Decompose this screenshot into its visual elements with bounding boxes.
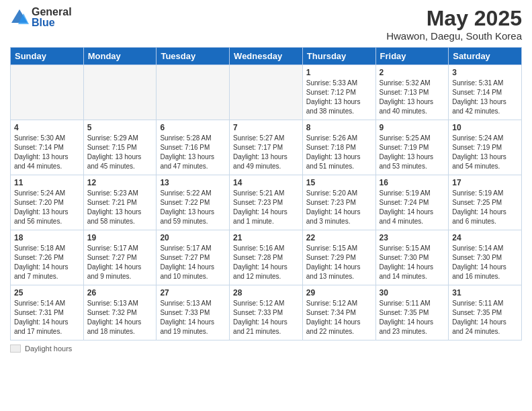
day-info: Sunrise: 5:13 AM Sunset: 7:33 PM Dayligh… [160, 299, 226, 336]
day-info: Sunrise: 5:27 AM Sunset: 7:17 PM Dayligh… [233, 134, 299, 171]
calendar-cell: 31Sunrise: 5:11 AM Sunset: 7:35 PM Dayli… [449, 285, 522, 340]
day-info: Sunrise: 5:32 AM Sunset: 7:13 PM Dayligh… [380, 79, 445, 116]
day-number: 22 [306, 233, 372, 242]
day-info: Sunrise: 5:19 AM Sunset: 7:25 PM Dayligh… [452, 189, 518, 226]
day-info: Sunrise: 5:12 AM Sunset: 7:33 PM Dayligh… [233, 299, 299, 336]
day-number: 23 [380, 233, 445, 242]
calendar-week-1: 1Sunrise: 5:33 AM Sunset: 7:12 PM Daylig… [11, 65, 522, 120]
calendar-cell: 6Sunrise: 5:28 AM Sunset: 7:16 PM Daylig… [157, 120, 230, 175]
day-info: Sunrise: 5:18 AM Sunset: 7:26 PM Dayligh… [14, 244, 80, 281]
day-number: 10 [452, 123, 518, 132]
day-number: 24 [452, 233, 518, 242]
day-info: Sunrise: 5:31 AM Sunset: 7:14 PM Dayligh… [452, 79, 518, 116]
day-info: Sunrise: 5:13 AM Sunset: 7:32 PM Dayligh… [87, 299, 153, 336]
day-number: 7 [233, 123, 299, 132]
calendar-week-3: 11Sunrise: 5:24 AM Sunset: 7:20 PM Dayli… [11, 175, 522, 230]
calendar-cell: 15Sunrise: 5:20 AM Sunset: 7:23 PM Dayli… [302, 175, 375, 230]
day-info: Sunrise: 5:24 AM Sunset: 7:19 PM Dayligh… [452, 134, 518, 171]
calendar-cell: 1Sunrise: 5:33 AM Sunset: 7:12 PM Daylig… [302, 65, 375, 120]
calendar-cell: 27Sunrise: 5:13 AM Sunset: 7:33 PM Dayli… [157, 285, 230, 340]
day-number: 1 [306, 68, 372, 77]
calendar-cell: 18Sunrise: 5:18 AM Sunset: 7:26 PM Dayli… [11, 230, 84, 285]
calendar-cell: 4Sunrise: 5:30 AM Sunset: 7:14 PM Daylig… [11, 120, 84, 175]
calendar-cell: 10Sunrise: 5:24 AM Sunset: 7:19 PM Dayli… [449, 120, 522, 175]
day-number: 18 [14, 233, 80, 242]
weekday-header-friday: Friday [375, 48, 449, 65]
day-info: Sunrise: 5:17 AM Sunset: 7:27 PM Dayligh… [87, 244, 153, 281]
day-number: 15 [306, 178, 372, 187]
calendar-cell: 16Sunrise: 5:19 AM Sunset: 7:24 PM Dayli… [375, 175, 449, 230]
calendar-cell: 7Sunrise: 5:27 AM Sunset: 7:17 PM Daylig… [230, 120, 303, 175]
day-number: 2 [380, 68, 445, 77]
day-info: Sunrise: 5:22 AM Sunset: 7:22 PM Dayligh… [160, 189, 226, 226]
logo-icon [10, 8, 29, 27]
calendar-cell: 14Sunrise: 5:21 AM Sunset: 7:23 PM Dayli… [230, 175, 303, 230]
calendar-cell: 26Sunrise: 5:13 AM Sunset: 7:32 PM Dayli… [83, 285, 157, 340]
day-info: Sunrise: 5:17 AM Sunset: 7:27 PM Dayligh… [160, 244, 226, 281]
calendar-cell: 11Sunrise: 5:24 AM Sunset: 7:20 PM Dayli… [11, 175, 84, 230]
day-number: 4 [14, 123, 80, 132]
day-info: Sunrise: 5:33 AM Sunset: 7:12 PM Dayligh… [306, 79, 372, 116]
calendar-cell [230, 65, 303, 120]
day-info: Sunrise: 5:23 AM Sunset: 7:21 PM Dayligh… [87, 189, 153, 226]
calendar-cell: 25Sunrise: 5:14 AM Sunset: 7:31 PM Dayli… [11, 285, 84, 340]
day-info: Sunrise: 5:14 AM Sunset: 7:31 PM Dayligh… [14, 299, 80, 336]
month-title: May 2025 [386, 7, 522, 30]
day-number: 21 [233, 233, 299, 242]
day-info: Sunrise: 5:25 AM Sunset: 7:19 PM Dayligh… [380, 134, 445, 171]
calendar-cell [157, 65, 230, 120]
calendar-week-4: 18Sunrise: 5:18 AM Sunset: 7:26 PM Dayli… [11, 230, 522, 285]
day-number: 30 [380, 288, 445, 298]
day-info: Sunrise: 5:26 AM Sunset: 7:18 PM Dayligh… [306, 134, 372, 171]
location-title: Hwawon, Daegu, South Korea [386, 30, 522, 42]
day-number: 29 [306, 288, 372, 298]
logo-text: General Blue [32, 7, 72, 28]
day-info: Sunrise: 5:19 AM Sunset: 7:24 PM Dayligh… [380, 189, 445, 226]
calendar-cell: 12Sunrise: 5:23 AM Sunset: 7:21 PM Dayli… [83, 175, 157, 230]
day-number: 27 [160, 288, 226, 298]
day-info: Sunrise: 5:15 AM Sunset: 7:30 PM Dayligh… [380, 244, 445, 281]
day-info: Sunrise: 5:14 AM Sunset: 7:30 PM Dayligh… [452, 244, 518, 281]
day-info: Sunrise: 5:30 AM Sunset: 7:14 PM Dayligh… [14, 134, 80, 171]
day-number: 13 [160, 178, 226, 187]
weekday-header-saturday: Saturday [449, 48, 522, 65]
day-number: 28 [233, 288, 299, 298]
calendar-cell: 19Sunrise: 5:17 AM Sunset: 7:27 PM Dayli… [83, 230, 157, 285]
day-number: 16 [380, 178, 445, 187]
calendar-cell: 5Sunrise: 5:29 AM Sunset: 7:15 PM Daylig… [83, 120, 157, 175]
calendar-cell: 2Sunrise: 5:32 AM Sunset: 7:13 PM Daylig… [375, 65, 449, 120]
day-number: 12 [87, 178, 153, 187]
day-info: Sunrise: 5:16 AM Sunset: 7:28 PM Dayligh… [233, 244, 299, 281]
day-info: Sunrise: 5:28 AM Sunset: 7:16 PM Dayligh… [160, 134, 226, 171]
calendar-cell: 20Sunrise: 5:17 AM Sunset: 7:27 PM Dayli… [157, 230, 230, 285]
weekday-header-wednesday: Wednesday [230, 48, 303, 65]
day-number: 14 [233, 178, 299, 187]
day-number: 26 [87, 288, 153, 298]
footer-label: Daylight hours [25, 345, 72, 353]
calendar-cell: 28Sunrise: 5:12 AM Sunset: 7:33 PM Dayli… [230, 285, 303, 340]
day-number: 11 [14, 178, 80, 187]
day-number: 31 [452, 288, 518, 298]
logo: General Blue [10, 7, 72, 28]
day-number: 25 [14, 288, 80, 298]
logo-general: General [32, 7, 72, 17]
weekday-header-sunday: Sunday [11, 48, 84, 65]
day-info: Sunrise: 5:11 AM Sunset: 7:35 PM Dayligh… [452, 299, 518, 336]
day-info: Sunrise: 5:11 AM Sunset: 7:35 PM Dayligh… [380, 299, 445, 336]
day-number: 20 [160, 233, 226, 242]
day-number: 8 [306, 123, 372, 132]
logo-blue: Blue [32, 17, 72, 28]
day-info: Sunrise: 5:12 AM Sunset: 7:34 PM Dayligh… [306, 299, 372, 336]
header: General Blue May 2025 Hwawon, Daegu, Sou… [10, 7, 522, 42]
footer: Daylight hours [10, 345, 522, 353]
weekday-header-monday: Monday [83, 48, 157, 65]
day-number: 17 [452, 178, 518, 187]
calendar-cell: 24Sunrise: 5:14 AM Sunset: 7:30 PM Dayli… [449, 230, 522, 285]
day-number: 9 [380, 123, 445, 132]
day-number: 3 [452, 68, 518, 77]
weekday-header-thursday: Thursday [302, 48, 375, 65]
calendar-week-5: 25Sunrise: 5:14 AM Sunset: 7:31 PM Dayli… [11, 285, 522, 340]
calendar-cell: 21Sunrise: 5:16 AM Sunset: 7:28 PM Dayli… [230, 230, 303, 285]
calendar-cell [11, 65, 84, 120]
day-number: 19 [87, 233, 153, 242]
